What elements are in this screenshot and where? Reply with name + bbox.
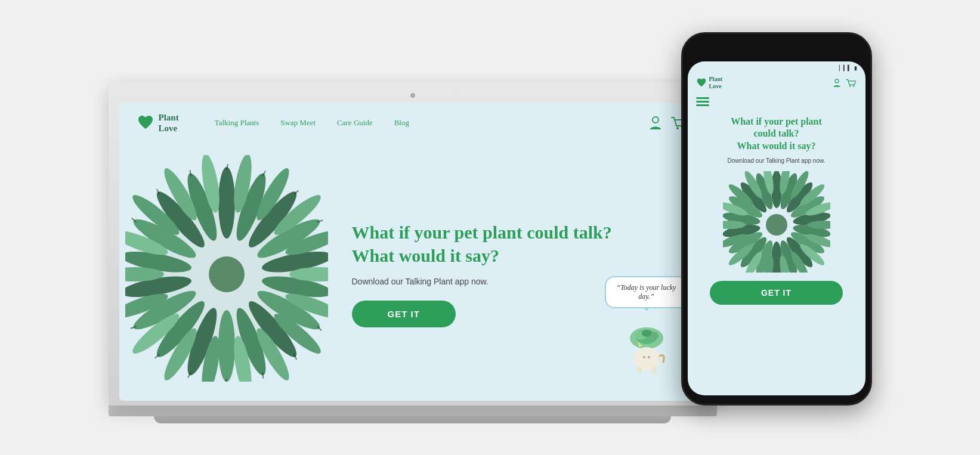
phone-status-bar: ▏▎▍ ▮ [688, 61, 865, 72]
laptop-pot-plant [623, 320, 670, 382]
phone-notch [747, 42, 806, 57]
laptop-plant-image [125, 155, 328, 382]
svg-point-67 [643, 356, 645, 358]
laptop-chat-area: “Today is your lucky day.” [605, 276, 688, 382]
laptop-navbar: Plant Love Talking Plants Swap Meet Care… [119, 103, 706, 143]
laptop-camera [410, 93, 415, 98]
hamburger-menu[interactable] [688, 94, 865, 113]
phone-hero: What if your pet plantcould talk?What wo… [688, 113, 865, 314]
phone-screen: ▏▎▍ ▮ Plant Love [688, 61, 865, 395]
laptop-get-it-button[interactable]: GET IT [352, 301, 456, 327]
laptop-hero-headline: What if your pet plant could talk?What w… [352, 221, 688, 267]
laptop-foot [154, 416, 671, 423]
phone-heart-icon [696, 78, 707, 88]
svg-point-70 [849, 85, 850, 86]
svg-rect-74 [696, 104, 709, 106]
svg-point-4 [209, 256, 245, 292]
svg-rect-73 [696, 101, 709, 103]
svg-rect-65 [637, 367, 642, 374]
phone-hero-subtext: Download our Talking Plant app now. [698, 157, 855, 164]
phone-hero-headline: What if your pet plantcould talk?What wo… [698, 116, 855, 153]
phone-navbar: Plant Love [688, 72, 865, 94]
phone-cart-icon [845, 78, 857, 88]
laptop-hero: What if your pet plant could talk?What w… [119, 143, 706, 400]
phone-body: ▏▎▍ ▮ Plant Love [681, 32, 872, 406]
nav-link-talking-plants[interactable]: Talking Plants [215, 118, 259, 128]
svg-point-68 [648, 356, 650, 358]
svg-point-1 [676, 127, 679, 129]
svg-rect-72 [696, 97, 709, 99]
laptop-mockup: Plant Love Talking Plants Swap Meet Care… [109, 82, 717, 423]
svg-point-111 [766, 214, 787, 236]
laptop-logo-text: Plant Love [159, 112, 179, 134]
scene: Plant Love Talking Plants Swap Meet Care… [109, 32, 872, 423]
svg-point-63 [642, 330, 651, 337]
svg-point-71 [853, 85, 854, 86]
svg-point-69 [834, 79, 838, 82]
svg-point-14 [218, 310, 235, 382]
laptop-nav-links: Talking Plants Swap Meet Care Guide Blog [215, 118, 648, 128]
laptop-body: Plant Love Talking Plants Swap Meet Care… [109, 82, 717, 406]
hamburger-icon [696, 97, 709, 107]
svg-point-5 [218, 167, 235, 239]
phone-battery-icon: ▮ [854, 65, 857, 71]
phone-plant-image [698, 171, 855, 273]
nav-link-blog[interactable]: Blog [394, 118, 409, 128]
laptop-screen: Plant Love Talking Plants Swap Meet Care… [119, 103, 706, 401]
phone-logo-text: Plant Love [709, 76, 723, 90]
phone-logo: Plant Love [696, 76, 723, 90]
agave-plant-large [125, 155, 328, 382]
phone-signal-icon: ▏▎▍ [839, 65, 852, 71]
laptop-base [109, 406, 717, 416]
phone-nav-icons [832, 78, 857, 88]
nav-link-care-guide[interactable]: Care Guide [337, 118, 373, 128]
heart-icon [137, 115, 154, 131]
nav-link-swap-meet[interactable]: Swap Meet [280, 118, 316, 128]
laptop-logo: Plant Love [137, 112, 179, 134]
phone-get-it-button[interactable]: GET IT [710, 281, 843, 305]
phone-mockup: ▏▎▍ ▮ Plant Love [681, 32, 872, 406]
agave-plant-small [723, 171, 830, 273]
svg-point-0 [653, 117, 659, 123]
phone-user-icon [832, 78, 842, 88]
svg-point-64 [633, 347, 660, 371]
svg-rect-66 [651, 367, 656, 374]
user-icon [648, 115, 663, 131]
laptop-chat-bubble: “Today is your lucky day.” [605, 276, 688, 308]
unicorn-pot-svg [623, 320, 670, 374]
